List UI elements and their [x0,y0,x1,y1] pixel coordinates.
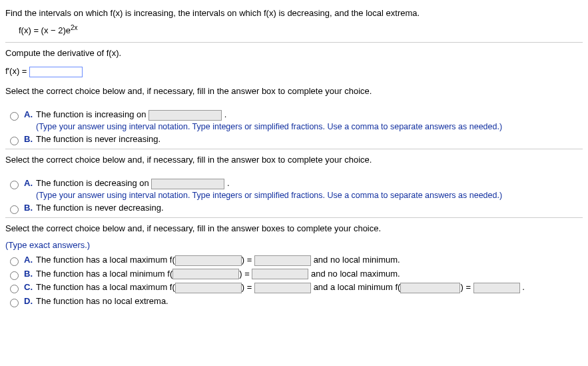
extrema-option-a[interactable]: A. The function has a local maximum f() … [7,255,583,266]
period: . [227,178,230,188]
extrema-radio-a[interactable] [10,257,19,266]
extrema-c-mid: and a local minimum f [314,282,398,292]
decreasing-option-b[interactable]: B. The function is never decreasing. [7,203,583,213]
option-marker: A. [24,255,36,265]
extrema-b-x-input[interactable] [172,269,239,279]
paren-close: ) [460,282,463,292]
extrema-b-y-input[interactable] [252,269,308,279]
option-marker: B. [24,203,36,213]
extrema-option-d[interactable]: D. The function has no local extrema. [7,296,583,307]
option-marker: C. [24,282,36,292]
increasing-radio-b[interactable] [10,137,19,145]
increasing-option-b[interactable]: B. The function is never increasing. [7,134,583,145]
option-marker: D. [24,296,36,306]
increasing-radio-a[interactable] [10,112,19,121]
formula-exponent: 2x [71,24,78,31]
increasing-hint: (Type your answer using interval notatio… [36,122,583,131]
option-marker: A. [24,109,36,119]
decreasing-interval-input[interactable] [151,179,224,189]
period: . [522,282,525,292]
extrema-a-y-input[interactable] [254,255,311,266]
extrema-a-x-input[interactable] [175,255,242,266]
extrema-c-min-y-input[interactable] [473,283,520,293]
extrema-radio-b[interactable] [10,271,19,280]
option-marker: B. [24,134,36,144]
eq-sign: = [247,255,254,265]
extrema-c-min-x-input[interactable] [400,283,460,293]
decreasing-radio-b[interactable] [10,205,19,214]
extrema-option-b[interactable]: B. The function has a local minimum f() … [7,269,583,280]
option-marker: B. [24,269,36,279]
exact-answers-hint: (Type exact answers.) [5,239,583,252]
extrema-d-text: The function has no local extrema. [36,296,168,306]
eq-sign: = [465,282,473,292]
increasing-a-text: The function is increasing on [36,109,148,119]
paren-close: ) [239,269,242,279]
fprime-input[interactable] [29,67,83,77]
decreasing-option-a[interactable]: A. The function is decreasing on . (Type… [7,178,583,200]
eq-sign: = [247,282,254,292]
extrema-option-c[interactable]: C. The function has a local maximum f() … [7,282,583,293]
decreasing-radio-a[interactable] [10,181,19,189]
increasing-option-a[interactable]: A. The function is increasing on . (Type… [7,109,583,131]
option-marker: A. [24,178,36,188]
extrema-radio-d[interactable] [10,299,19,307]
extrema-a-pre: The function has a local maximum f [36,255,172,265]
paren-close: ) [242,255,244,265]
increasing-b-text: The function is never increasing. [36,134,160,144]
decreasing-hint: (Type your answer using interval notatio… [36,191,583,200]
extrema-c-max-x-input[interactable] [175,283,242,293]
extrema-c-max-y-input[interactable] [254,283,311,293]
extrema-b-mid: and no local maximum. [311,269,400,279]
decreasing-a-text: The function is decreasing on [36,178,151,188]
compute-derivative-prompt: Compute the derivative of f(x). [5,47,583,60]
question-prompt: Find the intervals on which f(x) is incr… [5,7,583,20]
formula-body: f(x) = (x − 2)e [19,25,71,35]
eq-sign: = [244,269,252,279]
fprime-label: f′(x) = [5,66,27,76]
extrema-radio-c[interactable] [10,285,19,293]
paren-close: ) [242,282,244,292]
increasing-interval-input[interactable] [148,110,222,121]
select-prompt-decreasing: Select the correct choice below and, if … [5,153,583,167]
extrema-c-pre: The function has a local maximum f [36,282,172,292]
period: . [224,109,227,119]
select-prompt-extrema: Select the correct choice below and, if … [5,222,583,235]
function-formula: f(x) = (x − 2)e2x [19,24,583,35]
select-prompt-increasing: Select the correct choice below and, if … [5,85,583,98]
decreasing-b-text: The function is never decreasing. [36,203,164,213]
extrema-b-pre: The function has a local minimum f [36,269,170,279]
extrema-a-mid: and no local minimum. [314,255,400,265]
